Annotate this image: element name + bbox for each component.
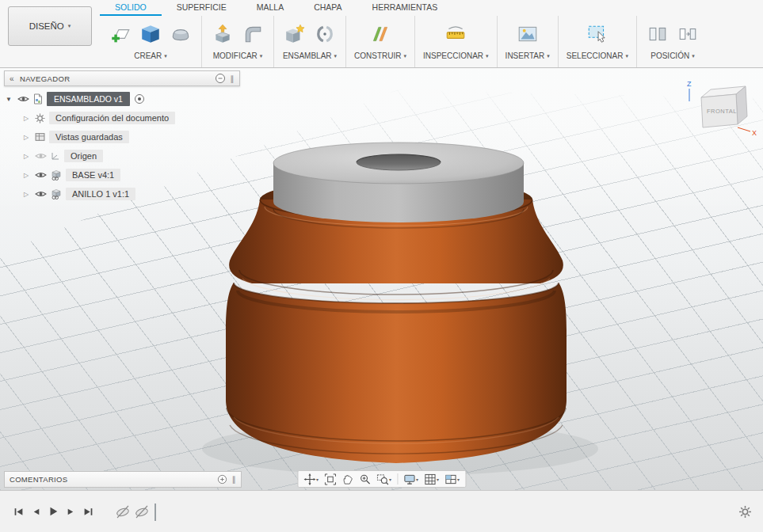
timeline-skip-start-button[interactable] [10, 503, 27, 520]
measure-button[interactable] [443, 19, 468, 49]
assembly-document-icon [33, 93, 43, 104]
ribbon-tabs: SOLIDO SUPERFICIE MALLA CHAPA HERRAMIENT… [100, 0, 452, 16]
design-menu-button[interactable]: DISEÑO ▾ [8, 6, 92, 46]
fillet-icon [242, 24, 263, 44]
expand-closed-icon[interactable]: ▷ [21, 153, 31, 160]
modificar-dropdown[interactable]: MODIFICAR ▾ [213, 51, 263, 60]
construction-plane-icon [369, 23, 391, 45]
select-button[interactable] [585, 19, 610, 49]
tree-row-anillo[interactable]: ▷ ANILLO 1 v1:1 [4, 184, 240, 203]
circle-plus-icon[interactable] [217, 474, 227, 484]
position-feature-icon[interactable] [133, 502, 151, 521]
panel-grip-icon[interactable]: ∥ [232, 475, 236, 484]
tab-chapa[interactable]: CHAPA [299, 0, 357, 16]
collapse-panel-icon[interactable]: « [10, 74, 14, 83]
tree-row-ensamblado[interactable]: ▼ ENSAMBLADO v1 [4, 89, 240, 108]
comments-panel-header[interactable]: COMENTARIOS ∥ [4, 471, 242, 488]
zoom-button[interactable] [357, 471, 373, 487]
expand-open-icon[interactable]: ▼ [4, 96, 13, 103]
display-settings-button[interactable]: ▾ [401, 471, 421, 487]
joint-button[interactable] [312, 19, 338, 49]
root-node-label[interactable]: ENSAMBLADO v1 [47, 92, 130, 106]
visibility-off-eye-icon[interactable] [35, 152, 47, 160]
linked-component-icon [51, 188, 62, 200]
tree-row-origen[interactable]: ▷ Origen [4, 146, 240, 165]
revert-position-button[interactable] [675, 19, 700, 49]
visibility-eye-icon[interactable] [17, 95, 29, 103]
viewport-3d[interactable]: Z FRONTAL X « NAVEGADOR ∥ ▼ [0, 69, 763, 490]
chevron-down-icon: ▾ [316, 477, 319, 482]
tab-malla[interactable]: MALLA [242, 0, 299, 16]
skip-start-icon [13, 507, 24, 517]
expand-closed-icon[interactable]: ▷ [21, 115, 31, 122]
navigator-tree: ▼ ENSAMBLADO v1 ▷ [4, 89, 240, 203]
timeline-settings-button[interactable] [736, 503, 753, 520]
group-seleccionar: SELECCIONAR ▾ [559, 16, 637, 67]
fit-button[interactable] [322, 471, 338, 487]
visibility-eye-icon[interactable] [35, 190, 47, 198]
tree-label[interactable]: Origen [64, 150, 103, 162]
crear-dropdown[interactable]: CREAR ▾ [134, 51, 167, 60]
tree-label[interactable]: ANILLO 1 v1:1 [66, 188, 135, 200]
activate-radio-icon[interactable] [134, 93, 145, 104]
skip-end-icon [83, 507, 93, 517]
panel-grip-icon[interactable]: ∥ [231, 74, 235, 83]
pan-button[interactable]: ▾ [301, 471, 321, 487]
construir-dropdown[interactable]: CONSTRUIR ▾ [354, 51, 406, 60]
chevron-down-icon: ▾ [403, 53, 406, 59]
chevron-down-icon: ▾ [164, 53, 167, 59]
visibility-eye-icon[interactable] [35, 171, 47, 179]
tree-row-saved-views[interactable]: ▷ Vistas guardadas [4, 127, 240, 146]
expand-closed-icon[interactable]: ▷ [21, 172, 31, 179]
ensamblar-dropdown[interactable]: ENSAMBLAR ▾ [283, 51, 337, 60]
timeline-skip-end-button[interactable] [79, 503, 97, 520]
viewports-icon [444, 473, 456, 485]
tab-herramientas[interactable]: HERRAMIENTAS [357, 0, 453, 16]
chevron-down-icon: ▾ [692, 53, 695, 59]
timeline-step-forward-button[interactable] [62, 503, 79, 520]
navigator-header[interactable]: « NAVEGADOR ∥ [4, 70, 240, 86]
grid-snap-button[interactable]: ▾ [422, 471, 441, 487]
tree-label[interactable]: Vistas guardadas [49, 131, 129, 143]
expand-closed-icon[interactable]: ▷ [21, 191, 31, 198]
position-feature-icon[interactable] [114, 502, 132, 521]
tree-label[interactable]: Configuración del documento [49, 112, 175, 124]
posicion-dropdown[interactable]: POSICIÓN ▾ [650, 51, 694, 60]
insertar-dropdown[interactable]: INSERTAR ▾ [505, 51, 550, 60]
toolbar-divider [397, 473, 398, 484]
press-pull-button[interactable] [210, 19, 235, 49]
capture-position-button[interactable] [645, 19, 670, 49]
timeline-play-button[interactable] [44, 503, 62, 520]
expand-closed-icon[interactable]: ▷ [21, 134, 31, 141]
chevron-down-icon: ▾ [457, 477, 460, 482]
chevron-down-icon: ▾ [334, 53, 338, 59]
tree-row-document-settings[interactable]: ▷ Configuración del documento [4, 108, 240, 127]
tab-superficie[interactable]: SUPERFICIE [162, 0, 242, 16]
fusion360-window: DISEÑO ▾ SOLIDO SUPERFICIE MALLA CHAPA H… [0, 0, 763, 532]
construction-plane-button[interactable] [368, 19, 393, 49]
inspeccionar-dropdown[interactable]: INSPECCIONAR ▾ [423, 51, 489, 60]
grid-icon [424, 473, 436, 485]
tab-solido[interactable]: SOLIDO [100, 0, 162, 16]
orbit-hand-button[interactable] [339, 471, 356, 487]
circle-minus-icon[interactable] [215, 73, 226, 84]
tree-label[interactable]: BASE v4:1 [66, 169, 120, 181]
chevron-down-icon: ▾ [486, 53, 489, 59]
timeline-feature-markers [114, 502, 156, 521]
seleccionar-dropdown[interactable]: SELECCIONAR ▾ [567, 51, 628, 60]
insert-button[interactable] [515, 19, 540, 49]
timeline-cursor[interactable] [155, 504, 156, 521]
new-component-button[interactable] [282, 19, 307, 49]
create-form-button[interactable] [168, 19, 193, 49]
viewports-button[interactable]: ▾ [442, 471, 462, 487]
fillet-button[interactable] [240, 19, 265, 49]
tree-row-base[interactable]: ▷ BASE v4:1 [4, 165, 240, 184]
zoom-window-button[interactable]: ▾ [374, 471, 394, 487]
viewcube[interactable]: Z FRONTAL X [682, 75, 758, 140]
chevron-down-icon: ▾ [260, 53, 263, 59]
create-sketch-button[interactable] [108, 19, 133, 49]
solid-box-button[interactable] [138, 19, 163, 49]
joint-icon [315, 24, 335, 44]
timeline-step-back-button[interactable] [27, 503, 44, 520]
zoom-in-icon [359, 473, 371, 485]
